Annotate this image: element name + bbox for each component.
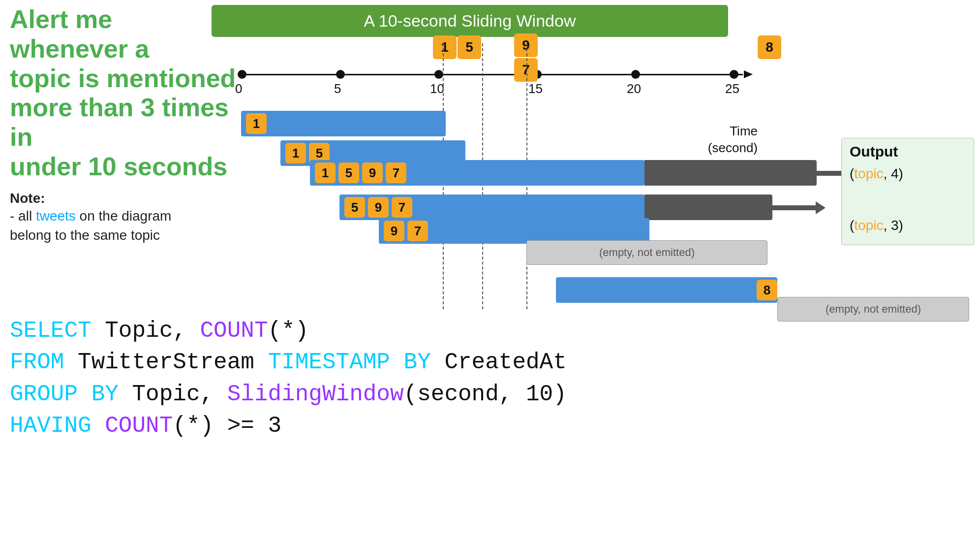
badge-4-7: 7: [407, 221, 428, 241]
timeline-arrow: [744, 70, 753, 78]
output-item-1: (topic, 4): [850, 163, 966, 185]
kw-having: HAVING: [10, 413, 92, 439]
alert-line3: more than 3 times in: [10, 93, 229, 151]
sql-l3-rest: Topic,: [119, 382, 227, 407]
tick-dot-20: [631, 70, 640, 79]
badge-3-5: 5: [344, 197, 365, 218]
event-badge-8a: 8: [758, 35, 781, 59]
empty-bar-6: (empty, not emitted): [777, 297, 969, 322]
output-panel: Output (topic, 4) (topic, 3): [841, 138, 974, 245]
left-panel: Alert me whenever a topic is mentioned m…: [10, 5, 236, 245]
badge-2-9: 9: [362, 162, 383, 183]
badge-2-5: 5: [338, 162, 359, 183]
badge-3-9: 9: [368, 197, 389, 218]
sql-line2: FROM TwitterStream TIMESTAMP BY CreatedA…: [10, 347, 567, 378]
badge-4-9: 9: [384, 221, 404, 241]
window-bar-3-ext: [644, 194, 772, 220]
tick-label-20: 20: [627, 81, 641, 97]
tick-label-10: 10: [430, 81, 444, 97]
window-bar-3: 5 9 7: [339, 194, 644, 220]
kw-group: GROUP: [10, 382, 78, 407]
note-body2: on the diagram: [76, 208, 172, 224]
output-topic-2: topic: [854, 218, 883, 233]
sql-l3-end: (second, 10): [404, 382, 567, 407]
sql-line3: GROUP BY Topic, SlidingWindow(second, 10…: [10, 379, 567, 410]
diagram: A 10-second Sliding Window 0 5 10 15 20 …: [212, 0, 979, 320]
empty-label-4: (empty, not emitted): [599, 246, 695, 259]
kw-count-1: COUNT: [200, 318, 268, 344]
window-bar-2-ext: [644, 160, 817, 186]
window-bar-2: 1 5 9 7: [310, 160, 644, 186]
badge-6-8: 8: [757, 280, 777, 300]
badge-2-7: 7: [386, 162, 406, 183]
tick-dot-5: [336, 70, 345, 79]
badge-2-1: 1: [315, 162, 336, 183]
note-label: Note: [10, 191, 40, 206]
badge-1-1: 1: [285, 143, 306, 163]
sql-l2-rest: TwitterStream: [64, 350, 268, 375]
time-label-line1: Time: [730, 124, 758, 138]
note-section: Note: - all tweets on the diagram belong…: [10, 191, 236, 245]
output-topic-1: topic: [854, 166, 883, 181]
output-arrow-3: [772, 205, 817, 210]
event-badge-5a: 5: [458, 35, 481, 59]
kw-select: SELECT: [10, 318, 92, 344]
tick-label-25: 25: [725, 81, 739, 97]
event-badge-7a: 7: [514, 58, 538, 82]
badge-3-7: 7: [392, 197, 412, 218]
kw-by-3: BY: [78, 382, 119, 407]
sql-l4-end: (*) >= 3: [173, 413, 281, 439]
empty-label-6: (empty, not emitted): [826, 303, 921, 316]
sql-l1-end: (*): [268, 318, 309, 344]
tick-dot-25: [730, 70, 738, 79]
sql-line4: HAVING COUNT(*) >= 3: [10, 410, 567, 442]
alert-text: Alert me whenever a topic is mentioned m…: [10, 5, 236, 182]
header-bar: A 10-second Sliding Window: [212, 5, 728, 37]
tick-label-5: 5: [334, 81, 341, 97]
output-item-2: (topic, 3): [850, 215, 966, 237]
header-title: A 10-second Sliding Window: [364, 11, 576, 31]
alert-line1: Alert me whenever a: [10, 5, 149, 63]
empty-bar-4: (empty, not emitted): [526, 240, 767, 265]
output-title: Output: [850, 143, 966, 160]
note-colon: :: [40, 191, 45, 206]
window-bar-6: 8: [556, 277, 777, 303]
sql-line1: SELECT Topic, COUNT(*): [10, 315, 567, 347]
sql-section: SELECT Topic, COUNT(*) FROM TwitterStrea…: [10, 315, 567, 442]
note-body3: belong to the same topic: [10, 227, 160, 243]
tick-dot-10: [434, 70, 443, 79]
kw-sliding: SlidingWindow: [227, 382, 404, 407]
sql-l1-rest: Topic,: [92, 318, 200, 344]
tick-dot-0: [238, 70, 246, 79]
badge-0-1: 1: [246, 113, 267, 134]
time-label-line2: (second): [708, 140, 758, 155]
window-bar-0: 1: [241, 111, 446, 136]
event-badge-9a: 9: [514, 33, 538, 57]
timeline-line: [241, 74, 743, 75]
alert-line2: topic is mentioned: [10, 64, 236, 93]
event-badge-1: 1: [433, 35, 457, 59]
tick-label-15: 15: [528, 81, 543, 97]
note-body: - all tweets on the diagram belong to th…: [10, 206, 236, 245]
sql-l2-col: CreatedAt: [431, 350, 567, 375]
kw-timestamp: TIMESTAMP: [268, 350, 390, 375]
time-label: Time (second): [708, 123, 758, 157]
tweet-word: tweets: [36, 208, 76, 224]
kw-from: FROM: [10, 350, 64, 375]
kw-by-2: BY: [390, 350, 431, 375]
kw-count-4: COUNT: [92, 413, 173, 439]
tick-label-0: 0: [235, 81, 242, 97]
note-body1: - all: [10, 208, 36, 224]
alert-line4: under 10 seconds: [10, 152, 227, 181]
